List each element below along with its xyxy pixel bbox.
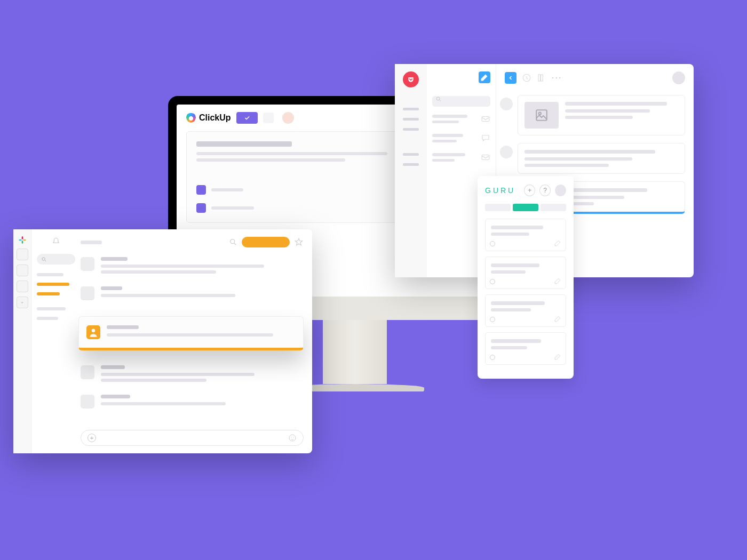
channel-name — [81, 241, 102, 244]
avatar — [81, 257, 94, 271]
list-item[interactable] — [432, 133, 490, 143]
svg-point-18 — [291, 437, 291, 437]
slack-logo-icon[interactable] — [18, 236, 27, 244]
task-row[interactable] — [196, 185, 409, 195]
status-dot-icon — [490, 355, 495, 360]
user-avatar[interactable] — [555, 185, 566, 196]
tab[interactable] — [541, 204, 566, 211]
svg-rect-12 — [21, 241, 23, 243]
search-input[interactable] — [37, 254, 75, 265]
status-dot-icon — [490, 317, 495, 322]
clickup-logo[interactable]: ClickUp — [186, 113, 231, 123]
slack-app: + — [13, 229, 312, 453]
svg-point-2 — [436, 97, 440, 100]
guru-logo[interactable]: GURU — [485, 186, 515, 195]
sidebar-item[interactable] — [37, 273, 63, 276]
rail-item[interactable] — [403, 118, 419, 121]
action-pill[interactable] — [242, 237, 290, 247]
slack-workspace-rail: + — [13, 229, 31, 453]
sidebar-item[interactable] — [37, 292, 60, 295]
message[interactable] — [81, 286, 304, 300]
task-row[interactable] — [196, 203, 409, 213]
monitor-stand — [323, 320, 387, 384]
plus-icon[interactable]: + — [88, 434, 96, 442]
workspace-button[interactable] — [17, 249, 28, 260]
avatar — [86, 325, 100, 339]
emoji-icon[interactable] — [288, 434, 297, 442]
pencil-icon[interactable] — [554, 239, 561, 246]
sidebar-item[interactable] — [37, 307, 66, 310]
check-icon — [244, 115, 250, 121]
sidebar-item[interactable] — [37, 283, 69, 286]
clickup-brand-text: ClickUp — [199, 113, 231, 123]
pencil-icon[interactable] — [554, 315, 561, 322]
star-icon[interactable] — [294, 237, 304, 247]
message-input[interactable]: + — [81, 430, 304, 446]
slack-sidebar — [31, 229, 81, 453]
content-card[interactable] — [518, 95, 685, 135]
content-card[interactable] — [518, 143, 685, 174]
pocket-logo-icon[interactable] — [403, 71, 419, 87]
avatar — [81, 395, 94, 409]
guru-panel: GURU + ? — [478, 176, 574, 379]
clickup-main-panel — [186, 131, 419, 223]
svg-rect-6 — [538, 75, 541, 81]
toolbar-button[interactable] — [263, 113, 274, 123]
highlighted-message[interactable] — [78, 316, 304, 350]
tab[interactable] — [485, 204, 511, 211]
person-icon — [86, 325, 100, 339]
guru-card[interactable] — [485, 332, 566, 365]
bell-icon[interactable] — [51, 237, 61, 246]
workspace-button[interactable] — [17, 281, 28, 292]
workspace-button[interactable] — [17, 265, 28, 276]
arrow-left-icon — [507, 75, 514, 81]
task-label — [211, 206, 254, 210]
pencil-icon[interactable] — [554, 353, 561, 360]
more-icon[interactable]: ··· — [552, 73, 562, 83]
rail-item[interactable] — [403, 153, 419, 156]
guru-tabs — [485, 204, 566, 211]
image-placeholder-icon — [525, 102, 559, 129]
check-button[interactable] — [236, 112, 258, 124]
list-item[interactable] — [432, 114, 490, 124]
svg-rect-3 — [482, 117, 489, 122]
tab[interactable] — [513, 204, 538, 211]
guru-card[interactable] — [485, 219, 566, 251]
add-workspace-button[interactable]: + — [17, 297, 28, 308]
checkbox-icon[interactable] — [196, 185, 206, 195]
guru-card[interactable] — [485, 257, 566, 289]
message[interactable] — [81, 395, 304, 409]
status-dot-icon — [490, 279, 495, 284]
pencil-icon[interactable] — [554, 277, 561, 284]
svg-rect-8 — [536, 110, 547, 121]
checkbox-icon[interactable] — [196, 203, 206, 213]
svg-point-9 — [539, 113, 541, 115]
task-label — [211, 188, 243, 191]
message[interactable] — [81, 365, 304, 382]
rail-item[interactable] — [403, 108, 419, 110]
rail-item[interactable] — [403, 128, 419, 131]
help-button[interactable]: ? — [539, 185, 551, 196]
add-button[interactable]: + — [524, 185, 535, 196]
mail-icon — [481, 114, 490, 124]
channel-header — [81, 237, 304, 247]
user-avatar[interactable] — [672, 71, 685, 84]
message[interactable] — [81, 257, 304, 274]
rail-item[interactable] — [403, 163, 419, 166]
user-avatar[interactable] — [282, 112, 294, 124]
guru-card[interactable] — [485, 294, 566, 327]
search-input[interactable] — [432, 96, 490, 107]
sidebar-item[interactable] — [37, 317, 58, 320]
avatar — [81, 286, 94, 300]
pocket-rail — [395, 64, 427, 277]
back-button[interactable] — [505, 72, 516, 84]
list-item[interactable] — [432, 153, 490, 162]
svg-point-16 — [92, 329, 96, 333]
title-placeholder — [196, 141, 292, 147]
chat-icon — [481, 133, 490, 143]
clock-icon[interactable] — [522, 73, 531, 83]
search-icon[interactable] — [229, 238, 237, 246]
columns-icon[interactable] — [537, 73, 546, 83]
svg-point-17 — [289, 435, 296, 441]
compose-button[interactable] — [479, 71, 490, 83]
